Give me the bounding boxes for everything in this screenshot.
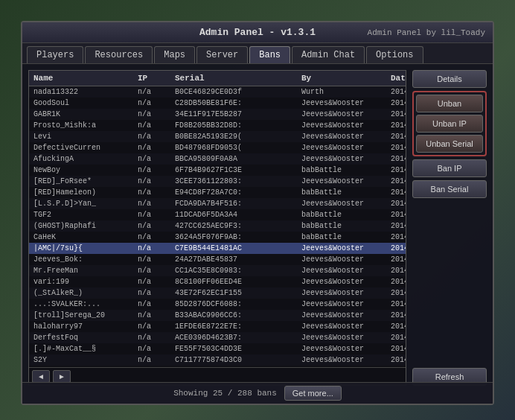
table-cell: B33ABAC9906CC6: bbox=[173, 311, 300, 320]
table-cell: n/a bbox=[136, 98, 173, 108]
table-row[interactable]: DefectiveCurrenn/aBD487968FD9053(Jeeves&… bbox=[29, 142, 406, 153]
scroll-left-btn[interactable]: ◄ bbox=[32, 370, 50, 383]
table-row[interactable]: [RED]Hameleon)n/aE94CD8F728A7C0:babBattl… bbox=[29, 187, 406, 198]
tab-players[interactable]: Players bbox=[27, 46, 83, 63]
get-more-button[interactable]: Get more... bbox=[284, 386, 342, 401]
table-cell: 2014-0 bbox=[389, 232, 406, 242]
table-cell: 2014-0 bbox=[389, 299, 406, 309]
table-cell: 2014-0 bbox=[389, 355, 406, 365]
table-cell: (_StAlkeR_) bbox=[32, 288, 136, 298]
table-row[interactable]: ...:SVALKER:...n/a85D2876DCF6088:Jeeves&… bbox=[29, 299, 406, 310]
table-cell: 2014-0 bbox=[389, 109, 406, 119]
tab-server[interactable]: Server bbox=[196, 46, 248, 63]
table-cell: Jeeves&Wooster bbox=[300, 333, 389, 343]
table-cell: CC1AC35E8C0983: bbox=[173, 266, 300, 276]
table-row[interactable]: vari:199n/a8C8100FF06EED4EJeeves&Wooster… bbox=[29, 276, 406, 287]
col-name: Name bbox=[32, 73, 136, 83]
table-cell: BBCA95809F0A8A bbox=[173, 154, 300, 164]
table-row[interactable]: Prosto_Mishk:an/aFD8B205BB32D8D:Jeeves&W… bbox=[29, 120, 406, 131]
table-cell: [RED]_FoRsee* bbox=[32, 176, 136, 186]
table-cell: Mr.FreeMan bbox=[32, 266, 136, 276]
table-cell: Jeeves&Wooster bbox=[300, 299, 389, 309]
table-cell: n/a bbox=[136, 188, 173, 197]
unban-button[interactable]: Unban bbox=[416, 95, 483, 112]
table-cell: BD487968FD9053( bbox=[173, 143, 300, 153]
table-row[interactable]: [L.S.P.D]>Yan_n/aFCDA9DA7B4F516:Jeeves&W… bbox=[29, 198, 406, 209]
table-cell: |AMC|/7su}{ bbox=[32, 244, 136, 253]
table-cell: 85D2876DCF6088: bbox=[173, 299, 300, 309]
table-cell: [RED]Hameleon) bbox=[32, 188, 136, 197]
table-cell: 2014-0 bbox=[389, 221, 406, 231]
details-button[interactable]: Details bbox=[412, 70, 487, 88]
table-cell: 2014-0 bbox=[389, 255, 406, 264]
table-row[interactable]: AfuckingAn/aBBCA95809F0A8AJeeves&Wooster… bbox=[29, 153, 406, 165]
table-row[interactable]: Mr.FreeMann/aCC1AC35E8C0983:Jeeves&Woost… bbox=[29, 265, 406, 276]
table-cell: n/a bbox=[136, 333, 173, 343]
table-cell: Jeeves&Wooster bbox=[300, 288, 389, 298]
table-row[interactable]: [troll]Serega_20n/aB33ABAC9906CC6:Jeeves… bbox=[29, 310, 406, 321]
table-cell: n/a bbox=[136, 355, 173, 365]
bans-table: Name IP Serial By Date nada113322n/aB0CE… bbox=[28, 70, 406, 386]
table-cell: ACE0396D4623B7: bbox=[173, 333, 300, 343]
table-cell: 2014-0 bbox=[389, 176, 406, 186]
tab-options[interactable]: Options bbox=[366, 46, 423, 63]
table-row[interactable]: CaHeKn/a3624A5F076F9AB:babBattle2014-0 bbox=[29, 232, 406, 243]
tab-resources[interactable]: Resources bbox=[85, 46, 153, 63]
ban-serial-button[interactable]: Ban Serial bbox=[412, 180, 487, 198]
table-cell: ...:SVALKER:... bbox=[32, 299, 136, 309]
tab-maps[interactable]: Maps bbox=[154, 46, 195, 63]
tab-admin-chat[interactable]: Admin Chat bbox=[292, 46, 365, 63]
table-row[interactable]: TGF2n/a11DCAD6F5DA3A4babBattle2014-0 bbox=[29, 209, 406, 220]
unban-ip-button[interactable]: Unban IP bbox=[416, 115, 483, 133]
table-row[interactable]: NewBoyn/a6F7B4B9627F1C3EbabBattle2014-0 bbox=[29, 165, 406, 176]
table-row[interactable]: Jeeves_Bok:n/a24A27DABE45837Jeeves&Woost… bbox=[29, 254, 406, 265]
table-cell: Jeeves&Wooster bbox=[300, 355, 389, 365]
table-cell: Jeeves&Wooster bbox=[300, 132, 389, 141]
ban-ip-button[interactable]: Ban IP bbox=[412, 159, 487, 177]
table-cell: 2014-0 bbox=[389, 165, 406, 175]
table-row[interactable]: |AMC|/7su}{n/aC7E9B544E1481ACJeeves&Woos… bbox=[29, 243, 406, 254]
table-cell: n/a bbox=[136, 322, 173, 331]
table-cell: 3624A5F076F9AB: bbox=[173, 232, 300, 242]
table-cell: n/a bbox=[136, 165, 173, 175]
table-row[interactable]: [RED]_FoRsee*n/a3CEE7361122803:Jeeves&Wo… bbox=[29, 176, 406, 187]
table-cell: E94CD8F728A7C0: bbox=[173, 188, 300, 197]
table-cell: AfuckingA bbox=[32, 154, 136, 164]
title-bar: Admin Panel - v1.3.1 Admin Panel by lil_… bbox=[22, 22, 493, 43]
table-cell: [.]#-MaxCat__§ bbox=[32, 344, 136, 354]
table-cell: Jeeves&Wooster bbox=[300, 143, 389, 153]
table-row[interactable]: haloharry97n/a1EFDE6E8722E7E:Jeeves&Woos… bbox=[29, 321, 406, 332]
table-row[interactable]: (GHOST)Raphafin/a427CC625AEC9F3:babBattl… bbox=[29, 220, 406, 232]
tabs-bar: Players Resources Maps Server Bans Admin… bbox=[22, 43, 493, 64]
table-cell: n/a bbox=[136, 176, 173, 186]
table-cell: 2014-0 bbox=[389, 277, 406, 287]
table-row[interactable]: Levin/aB0BE82A5193E29(Jeeves&Wooster2014… bbox=[29, 131, 406, 142]
table-cell: n/a bbox=[136, 244, 173, 253]
table-cell: Jeeves&Wooster bbox=[300, 199, 389, 209]
table-cell: Jeeves&Wooster bbox=[300, 266, 389, 276]
table-row[interactable]: S2Yn/aC7117775874D3C0Jeeves&Wooster2014-… bbox=[29, 354, 406, 366]
table-row[interactable]: DerfestFoqn/aACE0396D4623B7:Jeeves&Woost… bbox=[29, 332, 406, 343]
col-ip: IP bbox=[136, 73, 173, 83]
table-row[interactable]: GABR1Kn/a34E11F917E5B287Jeeves&Wooster20… bbox=[29, 109, 406, 120]
scroll-right-btn[interactable]: ► bbox=[53, 370, 71, 383]
table-row[interactable]: nada113322n/aB0CE46829CE0D3fWurth2014-0 bbox=[29, 86, 406, 98]
tab-bans[interactable]: Bans bbox=[249, 46, 290, 63]
table-cell: 2014-0 bbox=[389, 266, 406, 276]
table-row[interactable]: (_StAlkeR_)n/a43E72F62EC1F155Jeeves&Woos… bbox=[29, 287, 406, 299]
table-cell: B0CE46829CE0D3f bbox=[173, 87, 300, 97]
main-window: Admin Panel - v1.3.1 Admin Panel by lil_… bbox=[21, 21, 494, 405]
table-cell: babBattle bbox=[300, 165, 389, 175]
table-cell: GABR1K bbox=[32, 109, 136, 119]
table-cell: Jeeves&Wooster bbox=[300, 311, 389, 320]
table-cell: Prosto_Mishk:a bbox=[32, 121, 136, 130]
table-row[interactable]: GoodSouln/aC28DB50BE81F6E:Jeeves&Wooster… bbox=[29, 98, 406, 109]
admin-credit: Admin Panel by lil_Toady bbox=[368, 28, 485, 37]
table-cell: 2014-0 bbox=[389, 87, 406, 97]
table-body: nada113322n/aB0CE46829CE0D3fWurth2014-0G… bbox=[29, 86, 406, 367]
table-cell: vari:199 bbox=[32, 277, 136, 287]
table-cell: CaHeK bbox=[32, 232, 136, 242]
table-row[interactable]: [.]#-MaxCat__§n/aFE55F7503C4DD3EJeeves&W… bbox=[29, 343, 406, 354]
table-cell: 1EFDE6E8722E7E: bbox=[173, 322, 300, 331]
unban-serial-button[interactable]: Unban Serial bbox=[416, 135, 483, 153]
